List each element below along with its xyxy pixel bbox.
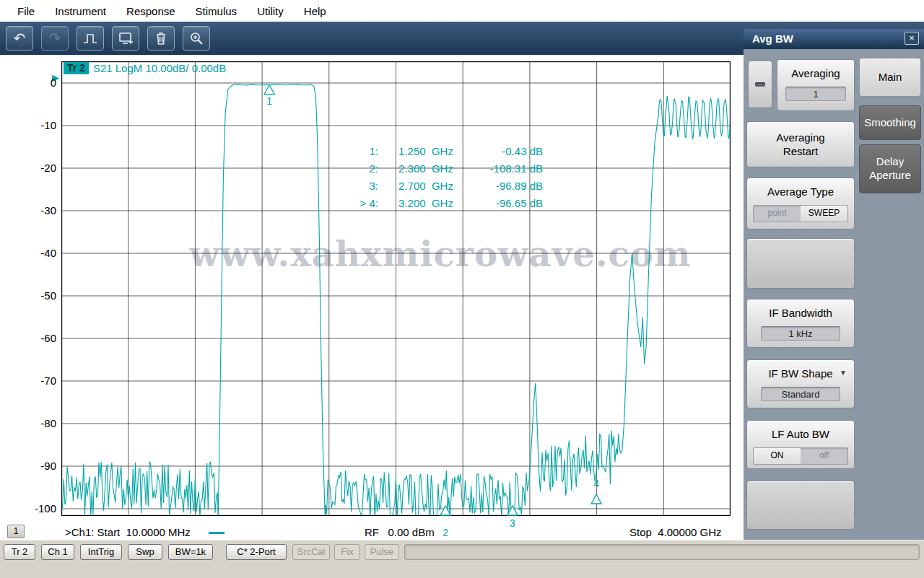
lf-auto-bw-option-off[interactable]: off [801,448,847,464]
marker-number: > 4: [326,197,378,209]
status-message-area [404,544,920,560]
averaging-restart-label: Averaging Restart [767,131,834,158]
menu-item-help[interactable]: Help [294,5,336,17]
average-type-switch[interactable]: point SWEEP [753,205,848,222]
menu-bar: File Instrument Response Stimulus Utilit… [0,0,924,22]
if-bw-shape-value: Standard [761,387,840,401]
average-type-option-sweep[interactable]: SWEEP [801,206,847,222]
lf-auto-bw-option-on[interactable]: ON [754,448,801,464]
avg-bw-panel: Avg BW × Averaging 1 Averaging Restart A… [744,29,924,540]
marker-number-badge[interactable]: 1 [7,525,25,538]
y-tick-label: -60 [26,332,56,344]
screen-copy-icon [118,30,134,46]
status-srccal-button: SrcCal [292,544,330,560]
blank-softkey [746,481,855,530]
y-tick-label: -70 [26,375,56,387]
close-button[interactable]: × [905,32,919,45]
undo-icon: ↶ [14,31,26,45]
trace-header: Tr 2 S21 LogM 10.00dB/ 0.00dB [64,62,226,74]
averaging-value: 1 [785,87,846,101]
menu-item-stimulus[interactable]: Stimulus [186,5,248,17]
trace-color-sample [209,532,225,534]
marker-readout-row: 2: 2.300 GHz -108.31 dB [326,159,543,177]
marker-frequency: 3.200 GHz [378,197,474,209]
status-channel-button[interactable]: Ch 1 [41,544,74,560]
if-bw-shape-label: IF BW Shape [747,367,854,380]
close-icon: × [909,32,915,43]
marker-readout-row: 3: 2.700 GHz -96.89 dB [326,177,543,194]
pulse-setup-button[interactable] [77,26,104,51]
trace-badge[interactable]: Tr 2 [64,62,89,74]
tab-delay-aperture-label: Delay Aperture [860,155,920,183]
delete-trace-button[interactable] [147,26,175,51]
averaging-toggle[interactable] [748,61,772,108]
y-tick-label: -10 [26,119,56,131]
status-trace-button[interactable]: Tr 2 [4,544,35,560]
status-sweep-button[interactable]: Swp [128,544,162,560]
blank-softkey [746,238,855,289]
averaging-label: Averaging [777,67,854,80]
marker-value: -96.89 dB [474,180,543,192]
status-pulse-button: Pulse [365,544,399,560]
marker-frequency: 1.250 GHz [378,145,474,157]
y-tick-label: -40 [26,247,56,259]
menu-item-file[interactable]: File [7,5,45,17]
status-calibration-button[interactable]: C* 2-Port [226,544,287,560]
marker-frequency: 2.300 GHz [378,162,474,175]
zoom-in-button[interactable] [183,26,210,51]
status-fix-button: Fix [334,544,360,560]
rf-power-label: RF 0.00 dBm [365,526,435,538]
status-bar: Tr 2 Ch 1 IntTrig Swp BW=1k C* 2-Port Sr… [0,540,924,578]
toggle-slot-icon [755,82,765,87]
menu-item-utility[interactable]: Utility [247,5,294,17]
menu-item-instrument[interactable]: Instrument [45,5,116,17]
trace-title: S21 LogM 10.00dB/ 0.00dB [93,62,226,74]
screen-copy-button[interactable] [112,26,139,51]
marker-value: -0.43 dB [474,145,543,157]
marker-readout-row: 1: 1.250 GHz -0.43 dB [326,142,543,159]
lf-auto-bw-switch[interactable]: ON off [753,447,848,465]
tab-main[interactable]: Main [859,58,921,97]
y-tick-label: -90 [26,460,56,472]
averaging-button[interactable]: Averaging 1 [777,59,855,111]
average-type-option-point[interactable]: point [754,206,801,222]
lf-auto-bw-label: LF Auto BW [747,428,854,441]
if-bandwidth-value: 1 kHz [761,326,840,341]
chevron-down-icon: ▼ [840,369,847,377]
tab-delay-aperture[interactable]: Delay Aperture [859,144,921,193]
if-bandwidth-button[interactable]: IF Bandwidth 1 kHz [746,299,855,348]
redo-button[interactable]: ↷ [41,26,69,51]
lf-auto-bw-button[interactable]: LF Auto BW ON off [746,420,855,469]
marker-number: 3: [326,180,378,192]
stop-frequency-label: Stop 4.00000 GHz [629,526,722,538]
pulse-icon [82,30,98,46]
zoom-in-icon [188,30,204,46]
y-tick-label: -80 [26,417,56,429]
marker-readout: 1: 1.250 GHz -0.43 dB 2: 2.300 GHz -108.… [326,142,543,211]
average-type-label: Average Type [747,185,854,198]
tab-smoothing-label: Smoothing [864,116,916,130]
panel-title: Avg BW [752,32,793,45]
panel-title-bar: Avg BW × [744,29,924,49]
if-bw-shape-button[interactable]: IF BW Shape ▼ Standard [746,359,855,408]
status-bandwidth-button[interactable]: BW=1k [168,544,213,560]
graph-area: www.xahxmicrowave.com [0,55,744,540]
y-tick-label: -100 [26,502,56,514]
marker-number: 1: [326,145,378,157]
watermark: www.xahxmicrowave.com [123,234,758,274]
tab-smoothing[interactable]: Smoothing [859,105,921,140]
average-type-button[interactable]: Average Type point SWEEP [746,178,855,229]
status-trigger-button[interactable]: IntTrig [80,544,122,560]
redo-icon: ↷ [49,31,61,45]
menu-item-response[interactable]: Response [116,5,186,17]
if-bandwidth-label: IF Bandwidth [747,307,854,320]
channel-start-label: >Ch1: Start 10.0000 MHz [65,526,191,538]
y-tick-label: -50 [26,289,56,302]
marker-frequency: 2.700 GHz [378,180,474,192]
tab-main-label: Main [879,71,902,84]
undo-button[interactable]: ↶ [6,26,33,51]
marker-value: -108.31 dB [474,162,543,175]
vna-application-window: File Instrument Response Stimulus Utilit… [0,0,924,578]
averaging-restart-button[interactable]: Averaging Restart [746,121,855,167]
marker-value: -96.65 dB [474,197,543,209]
